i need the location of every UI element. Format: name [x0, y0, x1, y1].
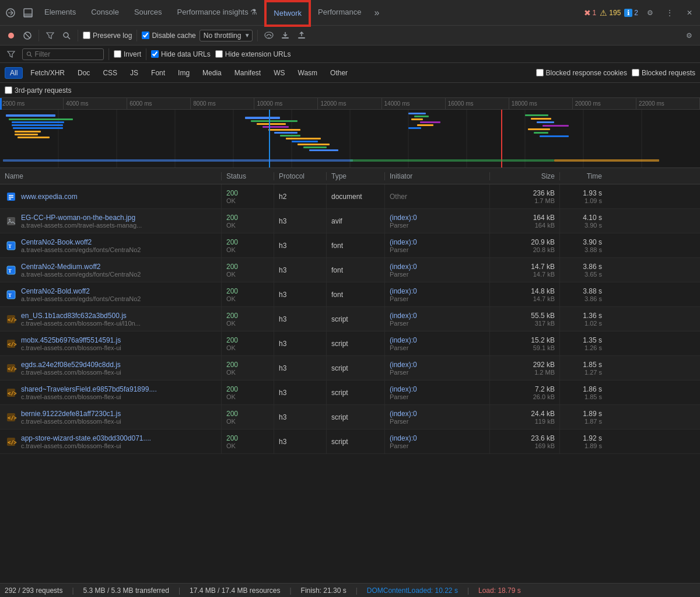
- hide-ext-urls-label[interactable]: Hide extension URLs: [215, 50, 291, 58]
- cell-size: 164 kB 164 kB: [490, 209, 560, 233]
- more-options-button[interactable]: ⋮: [662, 5, 678, 21]
- table-row[interactable]: T CentraNo2-Book.woff2 a.travel-assets.c…: [0, 233, 700, 258]
- svg-text:</>: </>: [8, 317, 16, 323]
- cell-type: script: [327, 430, 385, 453]
- status-finish: Finish: 21.30 s: [301, 586, 346, 595]
- cell-protocol: h3: [274, 307, 327, 331]
- col-header-initiator[interactable]: Initiator: [385, 172, 490, 180]
- disable-cache-label[interactable]: Disable cache: [142, 32, 195, 40]
- table-row[interactable]: </> egds.a24e2f08e529d409c8dd.js c.trave…: [0, 356, 700, 380]
- settings-button[interactable]: ⚙: [642, 5, 658, 21]
- table-row[interactable]: </> app-store-wizard-state.e03bdd300d071…: [0, 430, 700, 454]
- svg-rect-58: [540, 135, 569, 137]
- col-header-size[interactable]: Size: [490, 172, 560, 180]
- status-code: 200: [226, 434, 269, 442]
- dock-icon[interactable]: [20, 5, 36, 21]
- filter-search-icon: [26, 51, 33, 58]
- type-btn-ws[interactable]: WS: [268, 67, 290, 79]
- blocked-requests-label[interactable]: Blocked requests: [632, 69, 695, 77]
- size-resource: 317 kB: [535, 320, 555, 327]
- disable-cache-checkbox[interactable]: [142, 32, 149, 39]
- filter-button[interactable]: [44, 29, 57, 42]
- tab-more-button[interactable]: »: [369, 8, 384, 18]
- table-row[interactable]: T CentraNo2-Medium.woff2 a.travel-assets…: [0, 258, 700, 282]
- table-row[interactable]: </> mobx.4525b6976a9ff5514591.js c.trave…: [0, 331, 700, 356]
- initiator-type: Parser: [390, 393, 485, 400]
- col-header-time[interactable]: Time: [560, 172, 607, 180]
- tab-sources[interactable]: Sources: [127, 0, 169, 26]
- import-icon[interactable]: [279, 29, 292, 42]
- type-btn-img[interactable]: Img: [173, 67, 195, 79]
- record-button[interactable]: [5, 29, 18, 42]
- invert-label[interactable]: Invert: [114, 50, 141, 58]
- svg-rect-61: [554, 159, 659, 162]
- svg-point-8: [268, 37, 270, 39]
- third-party-label[interactable]: 3rd-party requests: [5, 86, 71, 95]
- type-btn-font[interactable]: Font: [146, 67, 170, 79]
- type-btn-wasm[interactable]: Wasm: [293, 67, 323, 79]
- initiator-other: Other: [390, 193, 485, 201]
- cell-size: 55.5 kB 317 kB: [490, 307, 560, 331]
- type-btn-other[interactable]: Other: [325, 67, 353, 79]
- hide-data-urls-checkbox[interactable]: [151, 50, 159, 58]
- tab-elements[interactable]: Elements: [37, 0, 83, 26]
- type-btn-css[interactable]: CSS: [97, 67, 123, 79]
- table-row[interactable]: T CentraNo2-Bold.woff2 a.travel-assets.c…: [0, 282, 700, 307]
- toolbar-settings-icon[interactable]: ⚙: [682, 29, 695, 42]
- type-btn-manifest[interactable]: Manifest: [229, 67, 266, 79]
- name-primary: bernie.91222defe81aff7230c1.js: [21, 410, 121, 418]
- type-btn-doc[interactable]: Doc: [72, 67, 95, 79]
- svg-text:</>: </>: [8, 439, 16, 445]
- search-button[interactable]: [60, 29, 73, 42]
- timeline-content[interactable]: [0, 110, 700, 168]
- time-total: 4.10 s: [583, 214, 602, 222]
- tab-performance[interactable]: Performance: [311, 0, 368, 26]
- tab-console[interactable]: Console: [84, 0, 126, 26]
- timeline-container[interactable]: 2000 ms 4000 ms 6000 ms 8000 ms 10000 ms…: [0, 98, 700, 168]
- tab-network[interactable]: Network: [265, 1, 310, 26]
- filter-funnel-icon[interactable]: [5, 48, 18, 61]
- cell-name: </> mobx.4525b6976a9ff5514591.js c.trave…: [0, 331, 222, 355]
- cell-protocol: h3: [274, 282, 327, 306]
- table-row[interactable]: </> bernie.91222defe81aff7230c1.js c.tra…: [0, 405, 700, 430]
- blocked-cookies-label[interactable]: Blocked response cookies: [536, 69, 627, 77]
- throttle-select[interactable]: No throttling Slow 3G Fast 3G: [200, 30, 253, 41]
- table-row[interactable]: </> shared~TravelersField.e9857bd5fa9189…: [0, 380, 700, 405]
- col-header-name[interactable]: Name: [0, 172, 222, 180]
- preserve-log-label[interactable]: Preserve log: [83, 32, 132, 40]
- table-row[interactable]: </> en_US.1b1acd83fc632a3bd500.js c.trav…: [0, 307, 700, 331]
- name-primary: egds.a24e2f08e529d409c8dd.js: [21, 361, 121, 369]
- table-row[interactable]: www.expedia.com 200 OK h2 document Other…: [0, 184, 700, 209]
- col-header-type[interactable]: Type: [327, 172, 385, 180]
- hide-data-urls-label[interactable]: Hide data URLs: [151, 50, 211, 58]
- type-btn-media[interactable]: Media: [197, 67, 227, 79]
- preserve-log-checkbox[interactable]: [83, 32, 90, 39]
- export-icon[interactable]: [295, 29, 308, 42]
- cell-time: 4.10 s 3.90 s: [560, 209, 607, 233]
- blocked-cookies-checkbox[interactable]: [536, 69, 544, 76]
- devtools-icon[interactable]: [2, 5, 19, 21]
- type-btn-all[interactable]: All: [5, 67, 23, 79]
- time-ttfb: 1.26 s: [584, 344, 602, 351]
- cell-time: 1.36 s 1.02 s: [560, 307, 607, 331]
- third-party-checkbox[interactable]: [5, 86, 12, 94]
- clear-button[interactable]: [21, 29, 34, 42]
- initiator-link: (index):0: [390, 361, 485, 369]
- svg-rect-24: [6, 114, 55, 117]
- filter-input[interactable]: [35, 50, 100, 58]
- hide-ext-urls-checkbox[interactable]: [215, 50, 223, 58]
- status-code: 200: [226, 263, 269, 271]
- table-row[interactable]: EG-CC-HP-woman-on-the-beach.jpg a.travel…: [0, 209, 700, 233]
- initiator-type: Parser: [390, 271, 485, 278]
- tab-performance-insights[interactable]: Performance insights ⚗: [170, 0, 265, 26]
- cell-name: www.expedia.com: [0, 184, 222, 208]
- type-btn-js[interactable]: JS: [125, 67, 144, 79]
- network-conditions-icon[interactable]: [262, 29, 275, 42]
- blocked-requests-checkbox[interactable]: [632, 69, 639, 76]
- col-header-status[interactable]: Status: [222, 172, 274, 180]
- col-header-protocol[interactable]: Protocol: [274, 172, 327, 180]
- svg-rect-34: [257, 123, 286, 125]
- close-devtools-button[interactable]: ✕: [681, 5, 698, 21]
- type-btn-fetch-xhr[interactable]: Fetch/XHR: [25, 67, 70, 79]
- invert-checkbox[interactable]: [114, 50, 121, 58]
